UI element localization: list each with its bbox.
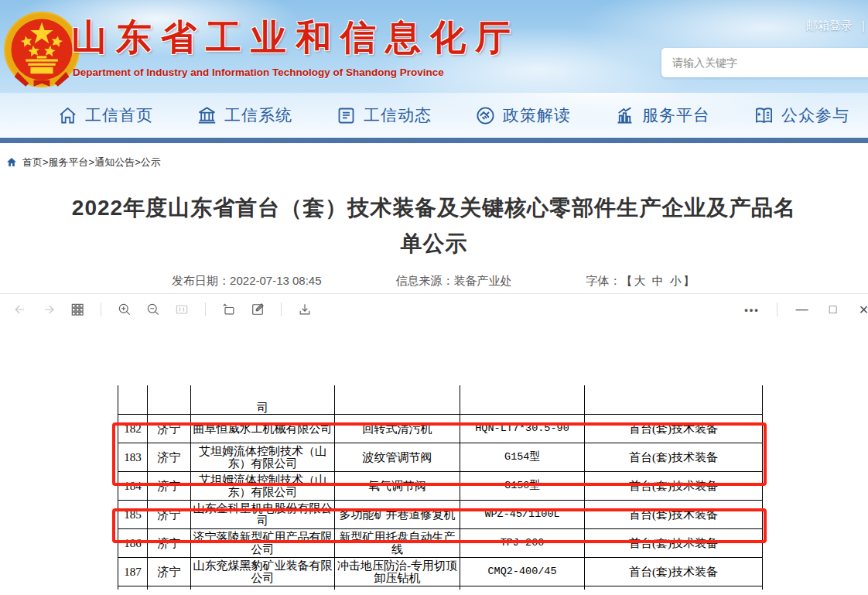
nav-item-participate[interactable]: 公众参与: [754, 104, 849, 126]
results-table: 司 182济宁曲阜恒威水工机械有限公司回转式清污机HQN-LT7*30.5-90…: [118, 385, 763, 590]
cell-company: 山东盈动智能科技有限公司: [191, 586, 335, 590]
nav-item-service[interactable]: 服务平台: [614, 104, 710, 126]
breadcrumb[interactable]: 首页>服务平台>通知公告>公示: [0, 143, 868, 170]
site-subtitle: Department of Industry and Information T…: [73, 67, 444, 78]
cell-type: 首台(套)技术装备: [585, 443, 763, 471]
cell-model: WH-1000: [460, 586, 585, 590]
back-icon[interactable]: [11, 300, 29, 319]
table-row: 184济宁艾坦姆流体控制技术（山东）有限公司氧气调节阀G150型首台(套)技术装…: [118, 471, 763, 500]
cell-model: G154型: [460, 443, 585, 471]
cell-company: 山东兖煤黑豹矿业装备有限公司: [191, 557, 335, 586]
cell-city: 济宁: [148, 414, 191, 443]
document-page: 司 182济宁曲阜恒威水工机械有限公司回转式清污机HQN-LT7*30.5-90…: [0, 324, 868, 590]
cell-city: 济宁: [148, 557, 191, 586]
table-row: 183济宁艾坦姆流体控制技术（山东）有限公司波纹管调节阀G154型首台(套)技术…: [118, 443, 763, 471]
mail-login-link[interactable]: 邮箱登录: [806, 19, 853, 33]
font-size-options[interactable]: 【大 中 小】: [621, 274, 696, 287]
cell-no: 182: [118, 414, 148, 443]
cell-no: 183: [118, 443, 148, 471]
fit-page-icon[interactable]: [173, 300, 191, 319]
forward-icon[interactable]: [39, 300, 58, 319]
cell-company: 艾坦姆流体控制技术（山东）有限公司: [191, 443, 335, 471]
table-row-partial: 司: [118, 385, 763, 414]
download-icon[interactable]: [296, 300, 314, 319]
cell-model: TPJ-200: [460, 528, 585, 557]
search-input[interactable]: [672, 56, 868, 69]
cell-type: 首台(套)技术装备: [585, 500, 763, 528]
cell-product: 冲击地压防治-专用切顶卸压钻机: [335, 557, 460, 586]
cell-no: 187: [118, 557, 148, 586]
cell-product: 新型矿用托盘自动生产线: [335, 528, 460, 557]
site-title: 山东省工业和信息化厅: [71, 14, 535, 62]
cell-model: CMQ2-400/45: [460, 557, 585, 586]
cell-product: 多功能矿井巷道修复机: [335, 500, 460, 528]
chart-icon: [614, 105, 635, 126]
maximize-icon[interactable]: □: [823, 303, 843, 316]
cell-no: 184: [118, 471, 148, 500]
nav-item-home[interactable]: 工信首页: [57, 104, 153, 126]
nav-item-system[interactable]: 工信系统: [196, 104, 292, 126]
home-icon: [57, 105, 78, 126]
cell-type: 首台(套)技术装备: [585, 586, 763, 590]
toolbar-divider: [101, 303, 101, 316]
cell-type: 首台(套)技术装备: [585, 557, 763, 586]
main-nav: 工信首页 工信系统 工信动态 政策解读 服务平台 公众参与 数: [0, 93, 868, 138]
cell-company-partial: 司: [191, 385, 335, 414]
rotate-icon[interactable]: [220, 300, 238, 319]
cell-city: 济宁: [148, 471, 191, 500]
more-options-icon[interactable]: •••: [742, 304, 762, 316]
nav-divider-bar: [0, 138, 868, 143]
handshake-icon: [475, 105, 496, 126]
table-row: 185济宁山东金科星机电股份有限公司多功能矿井巷道修复机WPZ-45/1100L…: [118, 500, 763, 528]
toolbar-divider: [281, 303, 282, 316]
breadcrumb-path: 首页>服务平台>通知公告>公示: [22, 156, 161, 169]
page-title: 2022年度山东省首台（套）技术装备及关键核心零部件生产企业及产品名单公示: [61, 190, 808, 262]
cell-company: 济宁落陵新型矿用产品有限公司: [191, 528, 335, 557]
info-source: 信息来源：装备产业处: [396, 274, 512, 293]
search-box: [661, 48, 868, 77]
results-table-body: 司 182济宁曲阜恒威水工机械有限公司回转式清污机HQN-LT7*30.5-90…: [118, 385, 763, 590]
cell-model: G150型: [460, 471, 585, 500]
article-meta: 发布日期：2022-07-13 08:45 信息来源：装备产业处 字体：【大 中…: [0, 274, 868, 293]
bank-icon: [196, 105, 217, 126]
edit-icon[interactable]: [248, 300, 267, 319]
book-star-icon: [754, 105, 774, 126]
cell-product: 氧气调节阀: [335, 471, 460, 500]
table-row: 188济宁山东盈动智能科技有限公司Inline式温度特性测试机WH-1000首台…: [118, 586, 763, 590]
table-row: 187济宁山东兖煤黑豹矿业装备有限公司冲击地压防治-专用切顶卸压钻机CMQ2-4…: [118, 557, 763, 586]
news-icon: [336, 105, 357, 126]
cell-model: HQN-LT7*30.5-90: [460, 414, 585, 443]
close-icon[interactable]: ✕: [854, 303, 868, 317]
cell-no: 186: [118, 528, 148, 557]
nav-item-policy[interactable]: 政策解读: [475, 104, 571, 126]
cell-no: 188: [118, 586, 148, 590]
cell-model: WPZ-45/1100L: [460, 500, 585, 528]
cell-city: 济宁: [148, 586, 191, 590]
publish-date: 发布日期：2022-07-13 08:45: [172, 274, 321, 293]
minimize-icon[interactable]: —: [792, 303, 812, 316]
cell-company: 山东金科星机电股份有限公司: [191, 500, 335, 528]
cell-no: 185: [118, 500, 148, 528]
table-row: 182济宁曲阜恒威水工机械有限公司回转式清污机HQN-LT7*30.5-90首台…: [118, 414, 763, 443]
cell-product: 回转式清污机: [335, 414, 460, 443]
cell-product: Inline式温度特性测试机: [335, 586, 460, 590]
zoom-out-icon[interactable]: [144, 300, 162, 319]
font-size-label: 字体：: [586, 274, 621, 287]
cell-type: 首台(套)技术装备: [585, 414, 763, 443]
site-header: 山东省工业和信息化厅 Department of Industry and In…: [0, 0, 868, 93]
page: 山东省工业和信息化厅 Department of Industry and In…: [0, 0, 868, 595]
toolbar-divider: [777, 303, 777, 316]
header-separator: |: [862, 19, 865, 33]
cell-company: 艾坦姆流体控制技术（山东）有限公司: [191, 471, 335, 500]
breadcrumb-home-icon: [6, 157, 17, 167]
cell-product: 波纹管调节阀: [335, 443, 460, 471]
thumbnails-grid-icon[interactable]: [68, 300, 87, 319]
zoom-in-icon[interactable]: [115, 300, 134, 319]
cell-city: 济宁: [148, 528, 191, 557]
nav-item-news[interactable]: 工信动态: [336, 104, 432, 126]
font-size-control: 字体：【大 中 小】: [586, 274, 696, 293]
table-row: 186济宁济宁落陵新型矿用产品有限公司新型矿用托盘自动生产线TPJ-200首台(…: [118, 528, 763, 557]
national-emblem-logo: [2, 9, 82, 90]
cell-company: 曲阜恒威水工机械有限公司: [191, 414, 335, 443]
cell-city: 济宁: [148, 500, 191, 528]
